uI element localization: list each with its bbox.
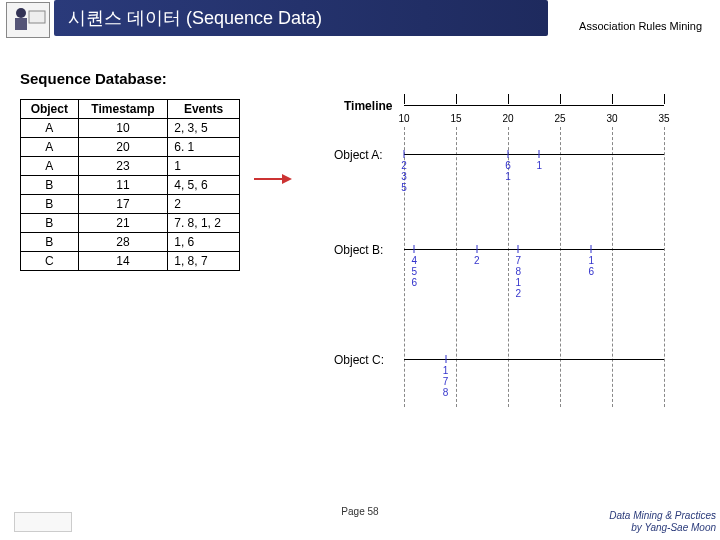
event-values: 235 — [401, 160, 407, 193]
object-line — [404, 154, 664, 155]
axis-tick — [664, 94, 665, 104]
table-cell: 6. 1 — [168, 138, 240, 157]
event-tick — [508, 150, 509, 158]
object-label: Object C: — [334, 353, 384, 367]
table-header: Object — [21, 100, 79, 119]
event-values: 178 — [443, 365, 449, 398]
gridline — [560, 127, 561, 407]
object-line — [404, 359, 664, 360]
table-cell: 2, 3, 5 — [168, 119, 240, 138]
table-row: A231 — [21, 157, 240, 176]
gridline — [664, 127, 665, 407]
timeline-axis — [404, 105, 664, 106]
svg-point-0 — [16, 8, 26, 18]
page-number: Page 58 — [341, 506, 378, 517]
event-tick — [476, 245, 477, 253]
table-row: C141, 8, 7 — [21, 252, 240, 271]
axis-tick-label: 15 — [450, 113, 461, 124]
object-label: Object B: — [334, 243, 383, 257]
slide-subtitle: Association Rules Mining — [579, 20, 702, 32]
presenter-icon — [6, 2, 50, 38]
gridline — [612, 127, 613, 407]
table-cell: B — [21, 233, 79, 252]
university-logo — [14, 512, 72, 532]
event-tick — [591, 245, 592, 253]
slide-footer: Page 58 Data Mining & Practices by Yang-… — [0, 506, 720, 534]
table-cell: B — [21, 176, 79, 195]
axis-tick-label: 20 — [502, 113, 513, 124]
event-tick — [539, 150, 540, 158]
section-label: Sequence Database: — [20, 70, 700, 87]
table-cell: A — [21, 138, 79, 157]
credits: Data Mining & Practices by Yang-Sae Moon — [609, 510, 716, 534]
table-row: A102, 3, 5 — [21, 119, 240, 138]
table-cell: 21 — [78, 214, 168, 233]
table-cell: C — [21, 252, 79, 271]
table-cell: 28 — [78, 233, 168, 252]
object-line — [404, 249, 664, 250]
table-cell: 10 — [78, 119, 168, 138]
axis-tick-label: 25 — [554, 113, 565, 124]
axis-tick — [612, 94, 613, 104]
table-row: B217. 8, 1, 2 — [21, 214, 240, 233]
table-cell: B — [21, 195, 79, 214]
axis-tick-label: 35 — [658, 113, 669, 124]
axis-tick — [404, 94, 405, 104]
credit-line-1: Data Mining & Practices — [609, 510, 716, 521]
event-tick — [445, 355, 446, 363]
axis-tick-label: 10 — [398, 113, 409, 124]
table-cell: 7. 8, 1, 2 — [168, 214, 240, 233]
axis-tick — [508, 94, 509, 104]
table-cell: 1, 8, 7 — [168, 252, 240, 271]
table-row: B281, 6 — [21, 233, 240, 252]
event-values: 16 — [588, 255, 594, 277]
event-values: 61 — [505, 160, 511, 182]
event-values: 2 — [474, 255, 480, 266]
event-values: 1 — [536, 160, 542, 171]
slide-title: 시퀀스 데이터 (Sequence Data) — [54, 0, 548, 36]
table-cell: B — [21, 214, 79, 233]
slide-content: Sequence Database: ObjectTimestampEvents… — [20, 70, 700, 419]
table-row: B172 — [21, 195, 240, 214]
event-values: 7812 — [516, 255, 522, 299]
timeline-label: Timeline — [344, 99, 392, 113]
table-cell: 23 — [78, 157, 168, 176]
svg-marker-4 — [282, 174, 292, 184]
credit-line-2: by Yang-Sae Moon — [631, 522, 716, 533]
table-header: Events — [168, 100, 240, 119]
table-cell: 20 — [78, 138, 168, 157]
table-cell: 1, 6 — [168, 233, 240, 252]
table-cell: 4, 5, 6 — [168, 176, 240, 195]
timeline-diagram: Timeline 101520253035 Object A:235611Obj… — [304, 99, 664, 419]
table-cell: 1 — [168, 157, 240, 176]
axis-tick — [560, 94, 561, 104]
table-cell: A — [21, 157, 79, 176]
table-cell: A — [21, 119, 79, 138]
slide-header: 시퀀스 데이터 (Sequence Data) Association Rule… — [0, 0, 720, 44]
axis-tick — [456, 94, 457, 104]
table-cell: 11 — [78, 176, 168, 195]
event-values: 456 — [412, 255, 418, 288]
axis-tick-label: 30 — [606, 113, 617, 124]
sequence-table: ObjectTimestampEvents A102, 3, 5A206. 1A… — [20, 99, 240, 271]
event-tick — [404, 150, 405, 158]
svg-rect-2 — [29, 11, 45, 23]
svg-rect-1 — [15, 18, 27, 30]
table-header: Timestamp — [78, 100, 168, 119]
object-label: Object A: — [334, 148, 383, 162]
table-row: B114, 5, 6 — [21, 176, 240, 195]
event-tick — [518, 245, 519, 253]
table-cell: 14 — [78, 252, 168, 271]
table-cell: 17 — [78, 195, 168, 214]
arrow-icon — [252, 169, 292, 193]
event-tick — [414, 245, 415, 253]
table-cell: 2 — [168, 195, 240, 214]
gridline — [456, 127, 457, 407]
table-row: A206. 1 — [21, 138, 240, 157]
